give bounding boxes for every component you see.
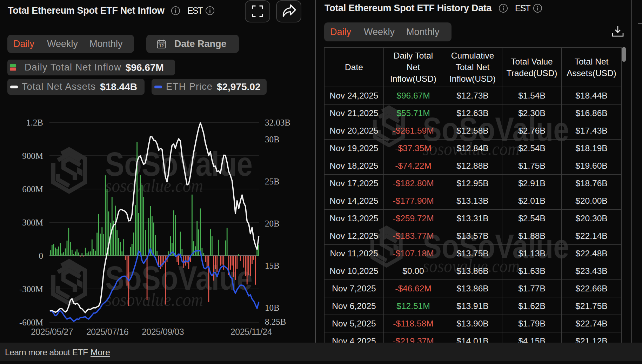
svg-text:2025/07/16: 2025/07/16 <box>86 327 128 337</box>
svg-text:sosovalue.com: sosovalue.com <box>105 289 203 310</box>
svg-text:1.2B: 1.2B <box>26 118 43 127</box>
svg-text:8.25B: 8.25B <box>265 317 286 326</box>
svg-text:10B: 10B <box>265 303 280 312</box>
svg-text:-600M: -600M <box>19 318 43 327</box>
svg-text:32.03B: 32.03B <box>265 118 290 127</box>
svg-text:2025/09/03: 2025/09/03 <box>142 327 184 337</box>
svg-text:20B: 20B <box>265 219 280 228</box>
svg-text:sosovalue.com: sosovalue.com <box>105 175 203 196</box>
svg-text:15B: 15B <box>265 261 280 270</box>
svg-text:600M: 600M <box>22 184 43 194</box>
svg-text:30B: 30B <box>265 135 280 144</box>
svg-text:12: 12 <box>159 43 164 48</box>
svg-text:-300M: -300M <box>19 284 43 294</box>
svg-text:900M: 900M <box>22 151 43 161</box>
svg-text:25B: 25B <box>265 177 280 186</box>
svg-text:2025/05/27: 2025/05/27 <box>31 327 73 337</box>
svg-text:0: 0 <box>39 251 44 261</box>
svg-text:300M: 300M <box>22 218 43 227</box>
svg-text:2025/11/24: 2025/11/24 <box>230 327 272 337</box>
